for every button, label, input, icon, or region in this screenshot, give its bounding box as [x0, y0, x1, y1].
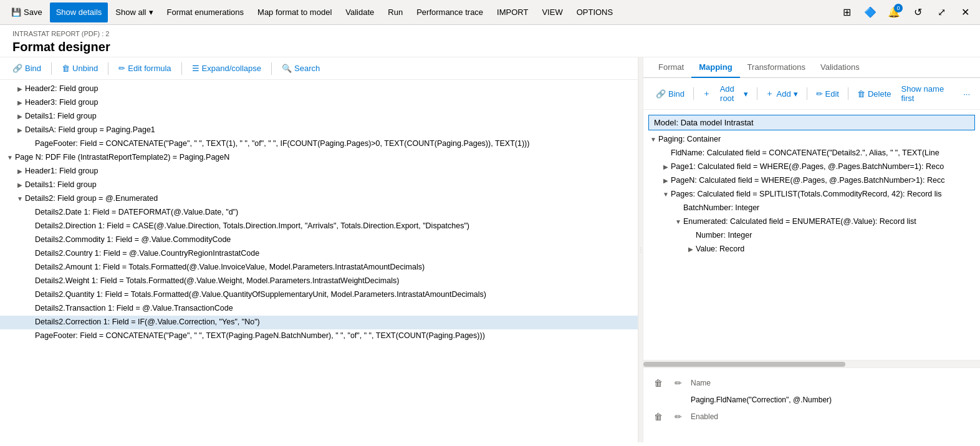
tree-item-details2transaction[interactable]: Details2.Transaction 1: Field = @.Value.…	[0, 302, 638, 316]
tree-item-details1a[interactable]: ▶Details1: Field group	[0, 110, 638, 124]
resize-handle[interactable]: ⋮	[638, 57, 643, 442]
map-format-to-model-button[interactable]: Map format to model	[251, 2, 338, 22]
tree-toggle-header3[interactable]: ▶	[15, 97, 25, 109]
tree-item-details2date[interactable]: Details2.Date 1: Field = DATEFORMAT(@.Va…	[0, 206, 638, 220]
right-tree-item-batchnumber[interactable]: BatchNumber: Integer	[643, 201, 980, 215]
tree-item-pageN[interactable]: ▼Page N: PDF File (IntrastatReportTempla…	[0, 151, 638, 165]
right-tree-label-enumerated: Enumerated: Calculated field = ENUMERATE…	[683, 216, 980, 228]
separator-2	[108, 62, 108, 75]
toolbar-right-icons: ⊞ 🔷 🔔 0 ↺ ⤢ ✕	[837, 2, 975, 22]
right-tree-toggle-pagen[interactable]: ▶	[661, 175, 671, 187]
tree-item-detailsA[interactable]: ▶DetailsA: Field group = Paging.Page1	[0, 124, 638, 137]
tree-item-details2country[interactable]: Details2.Country 1: Field = @.Value.Coun…	[0, 247, 638, 261]
tree-toggle-details1b[interactable]: ▶	[15, 180, 25, 191]
right-tree-toggle-value[interactable]: ▶	[686, 244, 696, 255]
tree-item-details2correction[interactable]: Details2.Correction 1: Field = IF(@.Valu…	[0, 316, 638, 329]
right-tree-toggle-page1[interactable]: ▶	[661, 162, 671, 173]
performance-trace-button[interactable]: Performance trace	[410, 2, 489, 22]
name-row: 🗑 ✏ Name	[651, 373, 973, 393]
name-label: Name	[691, 379, 711, 387]
more-options-text[interactable]: ···	[961, 87, 973, 101]
scroll-thumb[interactable]	[643, 362, 845, 367]
tree-label-details2country: Details2.Country 1: Field = @.Value.Coun…	[35, 248, 638, 259]
tree-label-header3: Header3: Field group	[25, 97, 638, 109]
tree-item-details1b[interactable]: ▶Details1: Field group	[0, 178, 638, 192]
show-name-first-text[interactable]: Show name first	[898, 82, 958, 105]
right-tree-item-paging[interactable]: ▼Paging: Container	[643, 133, 980, 147]
tree-item-details2commodity[interactable]: Details2.Commodity 1: Field = @.Value.Co…	[0, 233, 638, 247]
close-button[interactable]: ✕	[955, 2, 975, 22]
tree-toggle-details2amount	[25, 262, 35, 273]
horizontal-scrollbar[interactable]	[643, 360, 980, 367]
right-tree-item-pagen[interactable]: ▶PageN: Calculated field = WHERE(@.Pages…	[643, 174, 980, 188]
edit-enabled-btn[interactable]: ✏	[671, 409, 686, 424]
edit-button-right[interactable]: ✏ Edit	[811, 87, 844, 101]
right-tree-toggle-fldname	[661, 148, 671, 159]
add-button-right[interactable]: ＋ Add ▾	[761, 85, 802, 102]
bind-button-left[interactable]: 🔗 Bind	[7, 61, 46, 75]
tree-item-details2weight[interactable]: Details2.Weight 1: Field = Totals.Format…	[0, 274, 638, 288]
add-root-button[interactable]: ＋ Add root ▾	[698, 82, 753, 105]
model-header[interactable]: Model: Data model Intrastat	[648, 115, 975, 130]
tree-item-pagefooter1[interactable]: PageFooter: Field = CONCATENATE("Page", …	[0, 137, 638, 151]
right-tree-toggle-batchnumber	[673, 203, 683, 214]
save-button[interactable]: 💾 Save	[5, 2, 49, 22]
grid-icon-button[interactable]: ⊞	[837, 2, 857, 22]
tree-toggle-header2[interactable]: ▶	[15, 84, 25, 95]
bind-button-right[interactable]: 🔗 Bind	[651, 87, 689, 101]
delete-name-btn[interactable]: 🗑	[651, 376, 666, 390]
unbind-button[interactable]: 🗑 Unbind	[57, 61, 103, 75]
right-tree-toggle-enumerated[interactable]: ▼	[673, 216, 683, 228]
right-tree-item-enumerated[interactable]: ▼Enumerated: Calculated field = ENUMERAT…	[643, 215, 980, 229]
open-external-button[interactable]: ⤢	[931, 2, 951, 22]
edit-formula-button[interactable]: ✏ Edit formula	[113, 61, 176, 75]
tree-item-header2[interactable]: ▶Header2: Field group	[0, 82, 638, 96]
show-details-button[interactable]: Show details	[50, 2, 108, 22]
search-button-left[interactable]: 🔍 Search	[277, 61, 325, 75]
breadcrumb: INTRASTAT REPORT (PDF) : 2	[12, 30, 968, 37]
tree-toggle-pageN[interactable]: ▼	[5, 152, 15, 163]
right-tree-item-pages[interactable]: ▼Pages: Calculated field = SPLITLIST(Tot…	[643, 188, 980, 201]
right-tree-label-page1: Page1: Calculated field = WHERE(@.Pages,…	[671, 162, 980, 173]
tree-item-header3[interactable]: ▶Header3: Field group	[0, 96, 638, 110]
tree-item-details2quantity[interactable]: Details2.Quantity 1: Field = Totals.Form…	[0, 288, 638, 302]
run-button[interactable]: Run	[382, 2, 409, 22]
tree-item-pagefooterN[interactable]: PageFooter: Field = CONCATENATE("Page", …	[0, 329, 638, 343]
tree-toggle-details2[interactable]: ▼	[15, 193, 25, 205]
tree-toggle-details1a[interactable]: ▶	[15, 111, 25, 122]
right-tree-item-page1[interactable]: ▶Page1: Calculated field = WHERE(@.Pages…	[643, 160, 980, 174]
tree-toggle-detailsA[interactable]: ▶	[15, 125, 25, 136]
delete-button-right[interactable]: 🗑 Delete	[852, 87, 896, 101]
tree-item-header1[interactable]: ▶Header1: Field group	[0, 165, 638, 178]
tree-item-details2[interactable]: ▼Details2: Field group = @.Enumerated	[0, 192, 638, 206]
delete-enabled-btn[interactable]: 🗑	[651, 409, 666, 424]
right-tree-item-fldname[interactable]: FldName: Calculated field = CONCATENATE(…	[643, 147, 980, 160]
tab-validations[interactable]: Validations	[813, 57, 867, 78]
right-tree-item-number[interactable]: Number: Integer	[643, 229, 980, 243]
tree-label-details2weight: Details2.Weight 1: Field = Totals.Format…	[35, 276, 638, 287]
refresh-button[interactable]: ↺	[908, 2, 928, 22]
right-tree-toggle-paging[interactable]: ▼	[648, 134, 658, 145]
pencil-icon-right: ✏	[816, 89, 823, 99]
right-tree-label-batchnumber: BatchNumber: Integer	[683, 203, 980, 214]
validate-button[interactable]: Validate	[339, 2, 380, 22]
tree-toggle-header1[interactable]: ▶	[15, 166, 25, 177]
expand-collapse-button[interactable]: ☰ Expand/collapse	[187, 61, 266, 75]
options-button[interactable]: OPTIONS	[570, 2, 620, 22]
show-all-button[interactable]: Show all ▾	[109, 2, 159, 22]
office-icon-button[interactable]: 🔷	[860, 2, 880, 22]
format-enumerations-button[interactable]: Format enumerations	[161, 2, 251, 22]
tab-transformations[interactable]: Transformations	[740, 57, 813, 78]
tab-format[interactable]: Format	[651, 57, 691, 78]
tab-mapping[interactable]: Mapping	[691, 57, 739, 78]
tree-item-details2amount[interactable]: Details2.Amount 1: Field = Totals.Format…	[0, 261, 638, 274]
right-tree-toggle-pages[interactable]: ▼	[661, 189, 671, 200]
notification-button[interactable]: 🔔 0	[884, 2, 904, 22]
right-tree-item-value[interactable]: ▶Value: Record	[643, 243, 980, 256]
import-button[interactable]: IMPORT	[491, 2, 534, 22]
tree-item-details2direction[interactable]: Details2.Direction 1: Field = CASE(@.Val…	[0, 220, 638, 233]
view-button[interactable]: VIEW	[536, 2, 569, 22]
name-value-row: Paging.FldName("Correction", @.Number)	[651, 393, 973, 407]
right-tabs: FormatMappingTransformationsValidations	[643, 57, 980, 78]
edit-name-btn[interactable]: ✏	[671, 376, 686, 390]
